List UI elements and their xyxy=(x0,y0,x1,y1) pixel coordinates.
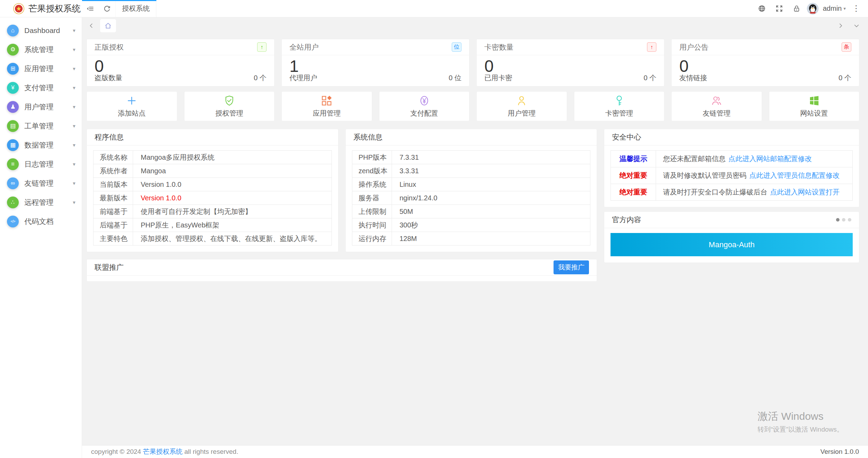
latest-version-value: Version 1.0.0 xyxy=(133,191,181,205)
globe-button[interactable] xyxy=(755,1,769,16)
quick-action-pay-config[interactable]: 支付配置 xyxy=(379,91,470,121)
fullscreen-button[interactable] xyxy=(772,1,787,16)
security-tag: 绝对重要 xyxy=(611,184,656,200)
quick-action-links-manage[interactable]: 友链管理 xyxy=(671,91,762,121)
sidebar-toggle-button[interactable] xyxy=(82,0,99,17)
quick-action-cardkey-manage[interactable]: 卡密管理 xyxy=(574,91,665,121)
quick-action-user-manage[interactable]: 用户管理 xyxy=(476,91,567,121)
tab-auth-system[interactable]: 授权系统 xyxy=(115,0,156,17)
panel-program-info: 程序信息 系统名称 Mangoa多应用授权系统 系统作者 xyxy=(87,129,338,252)
stat-footer-value: 0 个 xyxy=(644,73,656,83)
home-tab-button[interactable] xyxy=(100,19,116,32)
security-link[interactable]: 点此进入网站设置打开 xyxy=(770,188,840,197)
stat-cards: 正版授权 ↑ 0 盗版数量 0 个 全站用户 位 xyxy=(87,39,859,86)
security-table: 温馨提示 您还未配置邮箱信息 点此进入网站邮箱配置修改 绝对重要 xyxy=(611,150,853,201)
sidebar-item-data[interactable]: ▦ 数据管理 xyxy=(0,135,82,155)
quick-action-site-settings[interactable]: 网站设置 xyxy=(769,91,860,121)
carousel-dot[interactable] xyxy=(842,218,845,222)
nav-back-button[interactable] xyxy=(87,19,96,32)
refresh-button[interactable] xyxy=(99,0,115,17)
lock-button[interactable] xyxy=(789,1,804,16)
quick-actions: 添加站点 授权管理 xyxy=(87,91,859,121)
stat-card-title: 全站用户 xyxy=(289,42,319,52)
footer: copyright © 2024 芒果授权系统 all rights reser… xyxy=(82,445,868,458)
stat-card-title: 用户公告 xyxy=(679,42,709,52)
quick-action-add-site[interactable]: 添加站点 xyxy=(87,91,177,121)
sidebar-item-payment[interactable]: ¥ 支付管理 xyxy=(0,78,82,97)
sidebar-item-docs[interactable]: </> 代码文档 xyxy=(0,212,82,231)
footer-version: Version 1.0.0 xyxy=(820,448,859,456)
avatar[interactable] xyxy=(807,3,819,15)
yen-circle-icon xyxy=(418,95,430,107)
table-row: 执行时间 300秒 xyxy=(352,218,590,232)
chevron-down-icon: ▾ xyxy=(843,6,846,11)
stat-value: 0 xyxy=(477,55,664,76)
security-link[interactable]: 点此进入管理员信息配置修改 xyxy=(749,171,840,180)
sidebar-item-apps[interactable]: ⊞ 应用管理 xyxy=(0,59,82,78)
security-link[interactable]: 点此进入网站邮箱配置修改 xyxy=(728,154,812,164)
nav-collapse-button[interactable] xyxy=(853,23,860,29)
security-row: 温馨提示 您还未配置邮箱信息 点此进入网站邮箱配置修改 xyxy=(611,151,852,167)
official-banner[interactable]: Mangoa-Auth xyxy=(611,233,853,256)
table-row: 运行内存 128M xyxy=(352,232,590,245)
security-row: 绝对重要 请及时修改默认管理员密码 点此进入管理员信息配置修改 xyxy=(611,167,852,184)
panel-system-info: 系统信息 PHP版本 7.3.31 zend版本 xyxy=(345,129,597,252)
panel-title: 系统信息 xyxy=(346,129,597,145)
logo-icon xyxy=(13,3,24,14)
stat-footer-label: 盗版数量 xyxy=(95,73,122,83)
security-tag: 绝对重要 xyxy=(611,167,656,184)
panel-security-center: 安全中心 温馨提示 您还未配置邮箱信息 点此进入网站邮箱配置修改 xyxy=(604,129,859,207)
body-row: ⌂ Dashboard ⚙ 系统管理 ⊞ 应用管理 ¥ 支付管理 ♟ 用户管理 … xyxy=(0,17,868,458)
app-window: 芒果授权系统 授权系统 xyxy=(0,0,868,458)
table-row: zend版本 3.3.31 xyxy=(352,164,590,178)
stat-value: 1 xyxy=(282,55,469,76)
sidebar-item-dashboard[interactable]: ⌂ Dashboard xyxy=(0,21,82,40)
stat-value: 0 xyxy=(672,55,859,76)
clipboard-icon: ▤ xyxy=(7,120,19,132)
status-badge: ↑ xyxy=(647,42,656,52)
kebab-menu-button[interactable]: ⋮ xyxy=(850,4,862,13)
key-icon xyxy=(613,95,625,107)
panel-official-content: 官方内容 Mangoa-Auth xyxy=(604,211,859,263)
database-icon: ▦ xyxy=(7,139,19,151)
carousel-dots xyxy=(836,218,851,222)
sidebar-item-logs[interactable]: ≡ 日志管理 xyxy=(0,155,82,174)
app-grid-icon xyxy=(321,95,333,107)
table-row: PHP版本 7.3.31 xyxy=(352,151,590,164)
share-icon: ∴ xyxy=(7,197,19,208)
sidebar-item-system[interactable]: ⚙ 系统管理 xyxy=(0,40,82,59)
table-row: 系统名称 Mangoa多应用授权系统 xyxy=(93,151,331,164)
table-row: 操作系统 Linux xyxy=(352,178,590,191)
stat-footer-label: 已用卡密 xyxy=(484,73,512,83)
panels-row: 程序信息 系统名称 Mangoa多应用授权系统 系统作者 xyxy=(87,129,859,282)
sidebar-item-remote[interactable]: ∴ 远程管理 xyxy=(0,193,82,212)
sidebar-item-users[interactable]: ♟ 用户管理 xyxy=(0,97,82,116)
home-icon xyxy=(104,22,112,30)
promote-button[interactable]: 我要推广 xyxy=(554,260,589,274)
stat-card-genuine: 正版授权 ↑ 0 盗版数量 0 个 xyxy=(87,39,275,86)
panel-title: 安全中心 xyxy=(604,129,859,145)
status-badge: ↑ xyxy=(257,42,267,52)
nav-right-tools xyxy=(837,23,860,29)
quick-action-auth-manage[interactable]: 授权管理 xyxy=(184,91,275,121)
carousel-dot[interactable] xyxy=(836,218,840,222)
sidebar-item-workorders[interactable]: ▤ 工单管理 xyxy=(0,116,82,135)
nav-forward-button[interactable] xyxy=(837,23,844,29)
stat-card-announcements: 用户公告 条 0 友情链接 0 个 xyxy=(671,39,859,86)
yen-icon: ¥ xyxy=(7,82,19,94)
stat-footer-value: 0 位 xyxy=(449,73,461,83)
sidebar-item-links[interactable]: ∞ 友链管理 xyxy=(0,174,82,193)
carousel-dot[interactable] xyxy=(848,218,851,222)
windows-icon xyxy=(808,95,820,107)
tabs-nav xyxy=(82,17,868,34)
table-row: 服务器 nginx/1.24.0 xyxy=(352,191,590,205)
quick-action-app-manage[interactable]: 应用管理 xyxy=(281,91,372,121)
stat-footer-value: 0 个 xyxy=(254,73,267,83)
admin-menu[interactable]: admin ▾ xyxy=(821,5,847,13)
footer-brand-link[interactable]: 芒果授权系统 xyxy=(143,448,182,455)
stat-footer-value: 0 个 xyxy=(838,73,851,83)
topbar: 芒果授权系统 授权系统 xyxy=(0,0,868,17)
table-row: 后端基于 PHP原生，EasyWeb框架 xyxy=(93,218,331,232)
panel-promotion: 联盟推广 我要推广 xyxy=(87,259,597,282)
security-text: 您还未配置邮箱信息 xyxy=(663,154,726,164)
